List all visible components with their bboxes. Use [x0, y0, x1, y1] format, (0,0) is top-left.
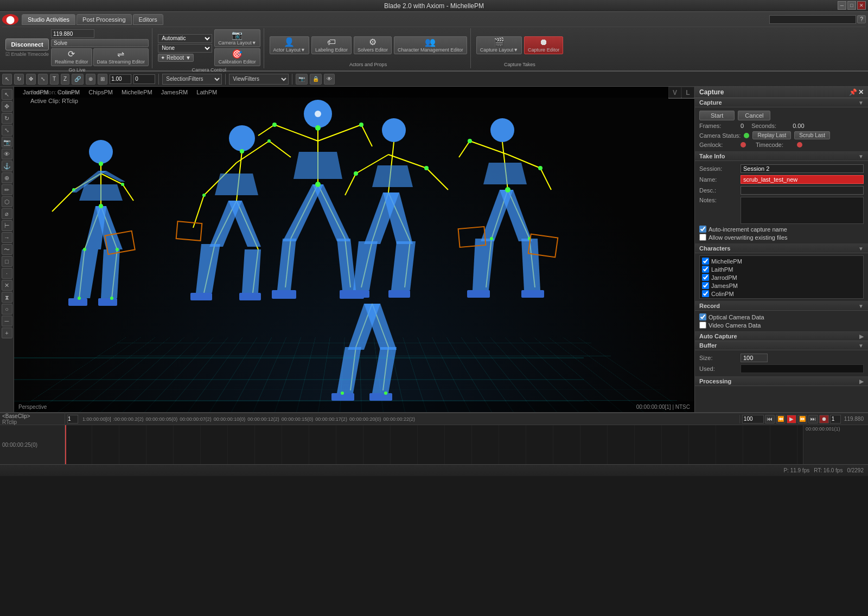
close-btn[interactable]: ✕ — [857, 1, 866, 10]
labeling-editor-btn[interactable]: 🏷 Labeling Editor — [311, 36, 352, 54]
minimize-btn[interactable]: ─ — [838, 1, 846, 10]
tool-select[interactable]: ↖ — [2, 89, 12, 100]
selection-filters-select[interactable]: SelectionFilters — [162, 74, 222, 85]
tool-arrow[interactable]: → — [2, 232, 12, 243]
solve-value-input[interactable] — [51, 29, 94, 38]
tl-next-btn[interactable]: ⏭ — [808, 415, 818, 424]
tb2-grid-btn[interactable]: ⊞ — [98, 74, 107, 85]
calibration-editor-btn[interactable]: 🎯 Calibration Editor — [214, 48, 260, 66]
realtime-editor-btn[interactable]: ⟳ Realtime Editor — [51, 48, 92, 66]
session-input[interactable] — [741, 164, 864, 173]
tb2-move-btn[interactable]: ✥ — [26, 74, 36, 85]
record-section-header[interactable]: Record ▼ — [695, 301, 868, 311]
capture-editor-btn[interactable]: ⏺ Capture Editor — [524, 36, 563, 54]
tb2-camera-icon-btn[interactable]: 📷 — [296, 74, 308, 85]
tab-post-processing[interactable]: Post Processing — [76, 14, 131, 25]
solve-button[interactable]: Solve — [51, 39, 149, 47]
char-jarrodpm-checkbox[interactable] — [702, 274, 709, 281]
maximize-btn[interactable]: □ — [847, 1, 856, 10]
tool-eye[interactable]: 👁 — [2, 149, 12, 159]
actor-layout-btn[interactable]: 👤 Actor Layout▼ — [270, 36, 309, 54]
tab-editors[interactable]: Editors — [133, 14, 163, 25]
char-michellepm-checkbox[interactable] — [702, 258, 709, 265]
tb2-magnet-btn[interactable]: ⊕ — [86, 74, 95, 85]
tool-x[interactable]: ✕ — [2, 280, 12, 291]
tool-rotate[interactable]: ↻ — [2, 113, 12, 124]
char-colinpm-checkbox[interactable] — [702, 290, 709, 297]
allow-overwrite-checkbox[interactable] — [699, 234, 706, 241]
tool-node[interactable]: ○ — [2, 304, 12, 315]
tool-camera[interactable]: 📷 — [2, 137, 12, 147]
search-input[interactable] — [769, 15, 856, 24]
tb2-t-btn[interactable]: T — [50, 74, 59, 85]
character-mgmt-btn[interactable]: 👥 Character Management Editor — [394, 36, 467, 54]
panel-pin-icon[interactable]: 📌 — [849, 88, 857, 96]
tb2-link-btn[interactable]: 🔗 — [72, 74, 84, 85]
processing-section-header[interactable]: Processing ▶ — [695, 377, 868, 386]
disconnect-button[interactable]: Disconnect — [5, 39, 49, 50]
tb2-scale-btn[interactable]: ⤡ — [38, 74, 48, 85]
camera-layout-btn[interactable]: 📷 Camera Layout▼ — [214, 29, 260, 47]
scale-y-input[interactable] — [133, 74, 155, 84]
cancel-button[interactable]: Cancel — [738, 111, 770, 120]
tool-measure[interactable]: ⌀ — [2, 208, 12, 219]
char-laithpm-checkbox[interactable] — [702, 266, 709, 273]
tool-pen[interactable]: ✏ — [2, 184, 12, 195]
tl-ff-btn[interactable]: ⏩ — [797, 415, 807, 424]
tl-record-btn[interactable]: ⏺ — [819, 415, 829, 424]
take-info-section-header[interactable]: Take Info ▼ — [695, 152, 868, 161]
optical-checkbox[interactable] — [699, 313, 706, 320]
tool-magnet[interactable]: ⊕ — [2, 172, 12, 183]
tl-play-btn[interactable]: ▶ — [787, 415, 796, 424]
tool-bone[interactable]: ⊢ — [2, 220, 12, 231]
capture-section-header[interactable]: Capture ▼ — [695, 98, 868, 107]
tl-rewind-btn[interactable]: ⏪ — [776, 415, 786, 424]
actor-chipspm: ChipsPM — [84, 89, 117, 95]
tool-dot[interactable]: · — [2, 268, 12, 279]
scene-canvas[interactable] — [14, 87, 694, 412]
tool-move[interactable]: ✥ — [2, 101, 12, 112]
tl-frame2-input[interactable] — [830, 415, 841, 424]
camera-mode-select[interactable]: Automatic — [158, 34, 212, 43]
frame-count-input[interactable] — [742, 415, 764, 424]
reboot-btn[interactable]: ✦ Reboot ▼ — [158, 54, 194, 62]
tb2-cursor-btn[interactable]: ↖ — [2, 74, 12, 85]
data-streaming-editor-btn[interactable]: ⇌ Data Streaming Editor — [93, 48, 149, 66]
panel-close-icon[interactable]: ✕ — [858, 88, 864, 96]
tab-studio-activities[interactable]: Studio Activities — [22, 14, 75, 25]
tl-track[interactable] — [65, 425, 803, 464]
buffer-section-header[interactable]: Buffer ▼ — [695, 341, 868, 350]
tl-prev-btn[interactable]: ⏮ — [765, 415, 775, 424]
tool-plus[interactable]: + — [2, 328, 12, 338]
name-input[interactable] — [741, 175, 864, 184]
capture-layout-btn[interactable]: 🎬 Capture Layout▼ — [476, 36, 522, 54]
tool-anchor[interactable]: ⚓ — [2, 161, 12, 171]
desc-input[interactable] — [741, 186, 864, 195]
video-checkbox[interactable] — [699, 322, 706, 329]
buffer-size-input[interactable] — [741, 354, 768, 362]
replay-last-button[interactable]: Replay Last — [752, 131, 791, 139]
tb2-eye-btn[interactable]: 👁 — [324, 74, 335, 85]
tb2-lock-btn[interactable]: 🔒 — [310, 74, 322, 85]
camera-source-select[interactable]: None — [158, 44, 212, 53]
start-button[interactable]: Start — [699, 111, 735, 120]
tb2-z-btn[interactable]: Z — [61, 74, 69, 85]
view-filters-select[interactable]: ViewFilters — [229, 74, 289, 85]
char-jamespm-checkbox[interactable] — [702, 282, 709, 289]
tool-square[interactable]: □ — [2, 256, 12, 267]
timeline-current-input[interactable] — [67, 415, 78, 424]
help-btn[interactable]: ? — [857, 15, 866, 23]
notes-textarea[interactable] — [741, 197, 864, 224]
tb2-rotate-btn[interactable]: ↻ — [14, 74, 24, 85]
scale-x-input[interactable] — [110, 74, 131, 84]
auto-increment-checkbox[interactable] — [699, 226, 706, 233]
tool-filter[interactable]: ⧗ — [2, 292, 12, 303]
characters-section-header[interactable]: Characters ▼ — [695, 244, 868, 253]
solvers-editor-btn[interactable]: ⚙ Solvers Editor — [354, 36, 392, 54]
scrub-last-button[interactable]: Scrub Last — [794, 131, 830, 139]
tool-minus[interactable]: ─ — [2, 316, 12, 326]
auto-capture-section-header[interactable]: Auto Capture ▶ — [695, 332, 868, 341]
tool-wave[interactable]: 〜 — [2, 244, 12, 255]
tool-scale[interactable]: ⤡ — [2, 125, 12, 136]
tool-lasso[interactable]: ⬡ — [2, 196, 12, 207]
